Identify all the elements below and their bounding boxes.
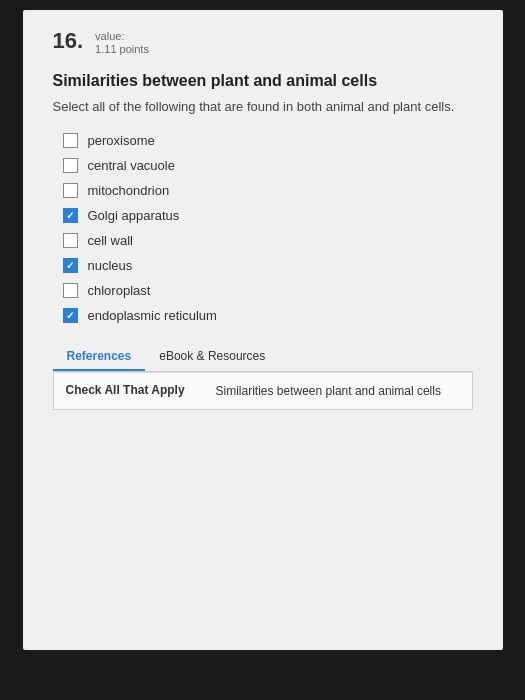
checkbox-peroxisome[interactable]	[63, 133, 78, 148]
reference-value: Similarities between plant and animal ce…	[216, 383, 441, 400]
options-list: peroxisomecentral vacuolemitochondrionGo…	[53, 133, 473, 323]
option-item-cell-wall[interactable]: cell wall	[63, 233, 473, 248]
checkbox-mitochondrion[interactable]	[63, 183, 78, 198]
checkbox-cell-wall[interactable]	[63, 233, 78, 248]
option-label-endoplasmic-reticulum: endoplasmic reticulum	[88, 308, 217, 323]
tab-ebook[interactable]: eBook & Resources	[145, 343, 279, 371]
tabs-row: References eBook & Resources	[53, 343, 473, 372]
reference-key: Check All That Apply	[66, 383, 216, 397]
question-header: 16. value: 1.11 points	[53, 30, 473, 56]
points-label: 1.11 points	[95, 43, 149, 56]
option-item-endoplasmic-reticulum[interactable]: endoplasmic reticulum	[63, 308, 473, 323]
tab-references[interactable]: References	[53, 343, 146, 371]
checkbox-central-vacuole[interactable]	[63, 158, 78, 173]
reference-row: Check All That Apply Similarities betwee…	[54, 372, 472, 410]
question-title: Similarities between plant and animal ce…	[53, 72, 473, 90]
checkbox-endoplasmic-reticulum[interactable]	[63, 308, 78, 323]
option-label-nucleus: nucleus	[88, 258, 133, 273]
option-item-mitochondrion[interactable]: mitochondrion	[63, 183, 473, 198]
option-label-cell-wall: cell wall	[88, 233, 134, 248]
question-meta: value: 1.11 points	[95, 30, 149, 56]
checkbox-nucleus[interactable]	[63, 258, 78, 273]
option-label-golgi-apparatus: Golgi apparatus	[88, 208, 180, 223]
references-section: Check All That Apply Similarities betwee…	[53, 372, 473, 411]
option-item-peroxisome[interactable]: peroxisome	[63, 133, 473, 148]
option-label-chloroplast: chloroplast	[88, 283, 151, 298]
checkbox-golgi-apparatus[interactable]	[63, 208, 78, 223]
option-item-nucleus[interactable]: nucleus	[63, 258, 473, 273]
question-container: 16. value: 1.11 points Similarities betw…	[23, 10, 503, 650]
option-label-peroxisome: peroxisome	[88, 133, 155, 148]
value-label: value:	[95, 30, 149, 43]
question-prompt: Select all of the following that are fou…	[53, 98, 473, 116]
option-label-central-vacuole: central vacuole	[88, 158, 175, 173]
option-item-central-vacuole[interactable]: central vacuole	[63, 158, 473, 173]
question-number: 16.	[53, 30, 84, 52]
option-item-golgi-apparatus[interactable]: Golgi apparatus	[63, 208, 473, 223]
option-label-mitochondrion: mitochondrion	[88, 183, 170, 198]
option-item-chloroplast[interactable]: chloroplast	[63, 283, 473, 298]
checkbox-chloroplast[interactable]	[63, 283, 78, 298]
